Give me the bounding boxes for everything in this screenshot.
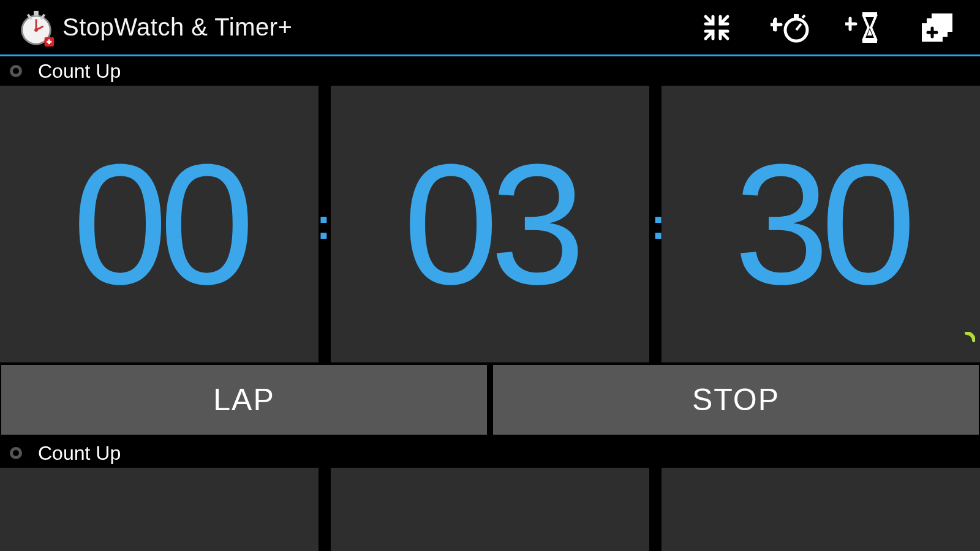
minutes-panel-2[interactable]	[331, 468, 649, 551]
hours-value: 00	[72, 138, 246, 310]
timer1-label: Count Up	[38, 60, 121, 83]
collapse-icon	[702, 13, 731, 42]
timer1-digits: 00 : 03 : 30	[0, 86, 980, 362]
svg-rect-1	[34, 10, 39, 15]
add-timer-button[interactable]	[827, 0, 900, 56]
add-stopwatch-button[interactable]	[753, 0, 827, 56]
stop-button[interactable]: STOP	[493, 365, 979, 435]
svg-rect-25	[943, 18, 948, 37]
colon-icon: :	[317, 200, 329, 249]
hours-panel[interactable]: 00 :	[0, 86, 318, 362]
seconds-panel[interactable]: : 30	[662, 86, 980, 362]
add-stopwatch-icon	[771, 12, 810, 43]
add-timer-icon	[845, 11, 882, 44]
running-indicator-icon	[958, 332, 975, 349]
timer1-header[interactable]: Count Up	[0, 56, 980, 86]
svg-line-15	[796, 24, 801, 30]
app-logo-icon	[17, 9, 55, 47]
svg-point-6	[34, 28, 38, 31]
seconds-panel-2[interactable]	[662, 468, 980, 551]
svg-line-14	[802, 15, 805, 18]
seconds-value: 30	[734, 138, 907, 310]
timer2-label: Count Up	[38, 442, 121, 465]
timer2-digits	[0, 468, 980, 551]
app-bar: StopWatch & Timer+	[0, 0, 980, 56]
hours-panel-2[interactable]	[0, 468, 318, 551]
radio-icon	[10, 447, 22, 459]
minutes-value: 03	[403, 138, 576, 310]
add-panel-icon	[919, 12, 955, 43]
timer1-buttons: LAP STOP	[0, 362, 980, 435]
app-title: StopWatch & Timer+	[62, 13, 292, 41]
minutes-panel[interactable]: 03	[331, 86, 649, 362]
svg-rect-23	[948, 13, 952, 32]
colon-icon: :	[651, 200, 663, 249]
timer2-header[interactable]: Count Up	[0, 438, 980, 468]
lap-button[interactable]: LAP	[1, 365, 487, 435]
add-panel-button[interactable]	[900, 0, 974, 56]
svg-rect-13	[794, 14, 799, 18]
collapse-button[interactable]	[680, 0, 753, 56]
radio-icon	[10, 65, 22, 77]
